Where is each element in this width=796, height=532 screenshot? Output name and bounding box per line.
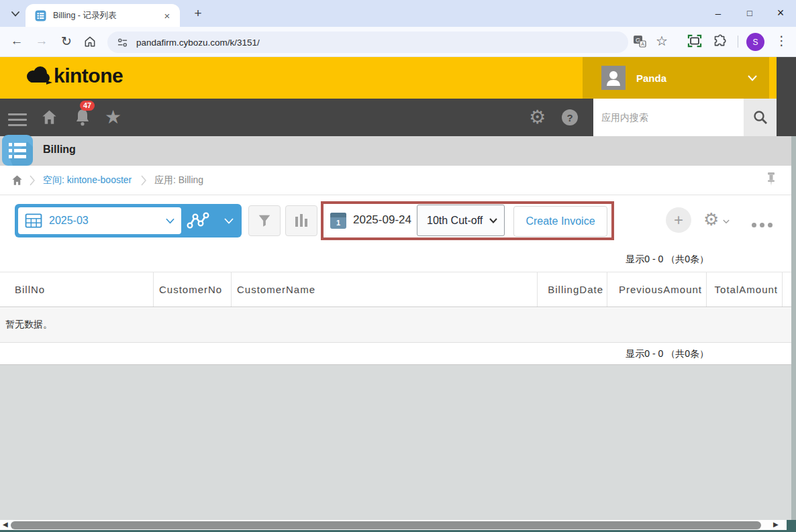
column-header-billingdate[interactable]: BillingDate <box>538 272 607 307</box>
scroll-left-arrow[interactable]: ◀ <box>3 521 8 528</box>
address-bar[interactable]: pandafirm.cybozu.com/k/3151/ <box>107 32 628 53</box>
forward-button[interactable]: → <box>33 34 50 48</box>
breadcrumb-chevron-icon <box>30 175 35 186</box>
horizontal-scrollbar[interactable]: ◀ ▶ <box>0 520 796 532</box>
portal-home-button[interactable] <box>40 108 58 126</box>
browser-home-button[interactable] <box>83 35 97 48</box>
graph-chevron-icon[interactable] <box>224 218 234 224</box>
graph-icon <box>187 211 209 231</box>
bar-chart-icon <box>295 214 308 227</box>
billing-date-label: 2025-09-24 <box>353 213 411 227</box>
new-tab-button[interactable]: + <box>189 5 207 21</box>
browser-tab[interactable]: Billing - 记录列表 × <box>26 4 180 27</box>
column-header-customername[interactable]: CustomerName <box>232 272 538 307</box>
svg-text:A: A <box>641 42 644 46</box>
notification-badge: 47 <box>80 101 95 111</box>
tab-search-button[interactable] <box>7 6 24 21</box>
pin-button[interactable] <box>765 172 777 188</box>
view-name: 2025-03 <box>49 215 166 227</box>
app-search-input[interactable] <box>593 99 744 136</box>
header-edge <box>777 57 796 136</box>
breadcrumb-chevron-icon <box>141 175 146 186</box>
bell-icon <box>74 108 91 127</box>
extensions-icon[interactable] <box>713 34 727 48</box>
home-icon <box>40 108 58 126</box>
url-text: pandafirm.cybozu.com/k/3151/ <box>136 38 260 48</box>
create-invoice-button[interactable]: Create Invoice <box>513 206 607 237</box>
toolbar-divider <box>738 36 738 48</box>
help-button[interactable]: ? <box>562 109 578 125</box>
tab-title: Billing - 记录列表 <box>53 10 161 21</box>
person-icon <box>601 66 626 90</box>
tab-close-button[interactable]: × <box>161 9 173 21</box>
admin-gear-button[interactable]: ⚙ <box>529 106 546 128</box>
record-count-top: 显示0 - 0 （共0条） <box>626 254 709 266</box>
filter-funnel-icon <box>257 213 272 228</box>
chevron-down-icon <box>489 218 497 223</box>
cutoff-select[interactable]: 10th Cut-off <box>417 205 505 236</box>
column-header-previousamount[interactable]: PreviousAmount <box>607 272 707 307</box>
column-header-billno[interactable]: BillNo <box>0 272 154 307</box>
empty-data-row <box>0 308 791 343</box>
page-background <box>0 365 791 520</box>
site-settings-icon <box>117 38 128 48</box>
capture-extension-icon[interactable] <box>687 34 702 48</box>
user-menu[interactable]: Panda <box>583 57 769 99</box>
calendar-day: 1 <box>330 217 346 228</box>
add-record-button[interactable]: + <box>666 207 691 233</box>
search-icon <box>752 109 768 125</box>
chevron-down-icon <box>166 218 175 224</box>
scroll-right-arrow[interactable]: ▶ <box>773 521 779 528</box>
app-icon[interactable] <box>2 135 33 166</box>
breadcrumb-home-button[interactable] <box>11 174 23 187</box>
chevron-down-icon <box>11 11 19 17</box>
profile-avatar[interactable]: S <box>746 33 764 51</box>
user-avatar <box>601 66 626 90</box>
translate-icon[interactable]: G A <box>632 34 647 49</box>
vertical-scrollbar-track[interactable] <box>791 136 796 520</box>
browser-window: Billing - 记录列表 × + – □ × ← → ↻ pandafirm… <box>0 0 796 532</box>
user-chevron-down-icon <box>748 75 757 81</box>
list-settings-button[interactable]: ⚙ <box>703 209 730 230</box>
reload-button[interactable]: ↻ <box>58 34 75 49</box>
breadcrumb-app-label: 应用: Billing <box>154 174 203 187</box>
gear-icon: ⚙ <box>703 209 719 230</box>
chevron-down-icon <box>723 219 730 224</box>
calendar-icon[interactable]: 1 <box>330 213 346 229</box>
tab-favicon <box>35 10 46 21</box>
filter-button[interactable] <box>248 205 281 236</box>
chart-button[interactable] <box>285 205 317 236</box>
close-button[interactable]: × <box>765 0 796 25</box>
pin-icon <box>765 172 777 188</box>
kintone-cloud-icon <box>24 64 54 87</box>
kintone-logo[interactable]: kintone <box>24 64 123 87</box>
cutoff-value: 10th Cut-off <box>427 215 483 227</box>
home-icon <box>11 174 23 187</box>
notifications-button[interactable] <box>74 108 91 127</box>
back-button[interactable]: ← <box>8 34 26 48</box>
hamburger-menu-button[interactable] <box>8 110 27 129</box>
breadcrumb-space-link[interactable]: 空间: kintone-booster <box>43 174 132 187</box>
app-title: Billing <box>43 144 76 156</box>
maximize-button[interactable]: □ <box>734 0 765 25</box>
view-select[interactable]: 2025-03 <box>18 207 181 234</box>
record-count-bottom: 显示0 - 0 （共0条） <box>626 348 709 360</box>
kintone-logo-text: kintone <box>54 64 123 87</box>
table-view-icon <box>25 213 42 228</box>
table-header-row: BillNo CustomerNo CustomerName BillingDa… <box>0 272 791 307</box>
search-button[interactable] <box>744 99 777 136</box>
minimize-button[interactable]: – <box>703 0 734 25</box>
hamburger-icon <box>8 113 27 115</box>
column-header-totalamount[interactable]: TotalAmount <box>707 272 783 307</box>
home-icon <box>83 35 97 48</box>
user-name: Panda <box>636 72 666 84</box>
bookmark-star-icon[interactable]: ☆ <box>656 33 668 49</box>
column-header-customerno[interactable]: CustomerNo <box>154 272 232 307</box>
app-header-bar <box>0 136 796 166</box>
favorites-star-button[interactable]: ★ <box>105 106 121 128</box>
empty-message: 暂无数据。 <box>5 319 52 331</box>
graph-view-button[interactable] <box>187 210 221 231</box>
scrollbar-thumb[interactable] <box>11 521 761 529</box>
browser-menu-icon[interactable]: ⋮ <box>775 33 788 48</box>
more-options-button[interactable] <box>752 218 776 230</box>
